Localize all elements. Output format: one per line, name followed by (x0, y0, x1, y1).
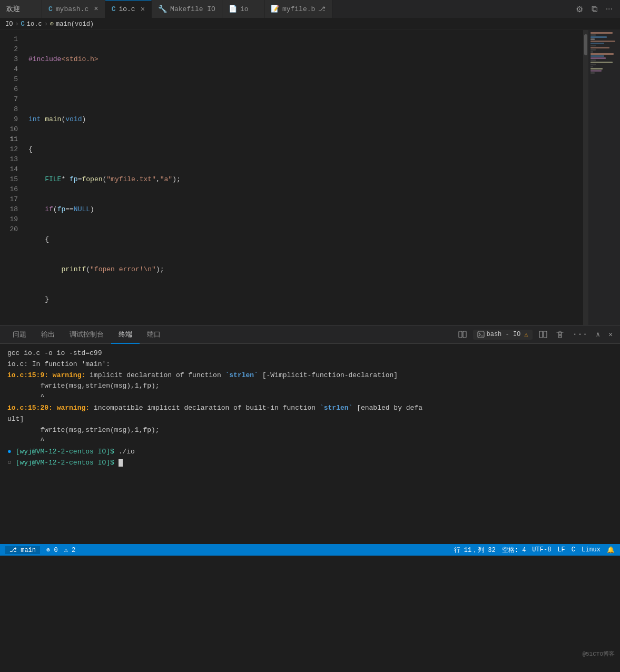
status-notification[interactable]: 🔔 (607, 546, 615, 554)
watermark: @51CTO博客 (582, 650, 615, 658)
panel-tab-output[interactable]: 输出 (34, 325, 62, 344)
split-pane-button[interactable] (537, 329, 549, 340)
status-warnings[interactable]: ⚠ 2 (64, 546, 76, 554)
ln-11: 11 (4, 134, 18, 144)
breadcrumb-io[interactable]: IO (5, 21, 13, 28)
terminal-tab-bash[interactable]: bash - IO ⚠ (473, 330, 532, 340)
scrollbar-thumb (584, 34, 587, 55)
bash-label: bash - IO (486, 331, 520, 338)
tab-myfile[interactable]: 📝 myfile.b ⎇ (264, 0, 332, 18)
ln-4: 4 (4, 64, 18, 74)
breadcrumb-file[interactable]: io.c (27, 21, 42, 28)
tab-bar: 欢迎 C mybash.c × C io.c × 🔧 Makefile IO 📄… (0, 0, 620, 18)
breadcrumb: IO › C io.c › ⊕ main(void) (0, 18, 620, 30)
pane-icon (539, 330, 547, 339)
ln-6: 6 (4, 84, 18, 94)
trash-button[interactable] (554, 329, 566, 340)
status-errors[interactable]: ⊗ 0 (46, 546, 58, 554)
tab-io[interactable]: 📄 io (222, 0, 264, 18)
status-eol[interactable]: LF (557, 546, 565, 554)
ln-19: 19 (4, 214, 18, 224)
panel-close-button[interactable]: ✕ (606, 329, 615, 340)
panel-tab-problems[interactable]: 问题 (5, 325, 34, 344)
ln-17: 17 (4, 194, 18, 204)
settings-button[interactable]: ⚙ (574, 3, 585, 15)
split-editor-button[interactable]: ⧉ (589, 3, 599, 15)
status-line-col[interactable]: 行 11，列 32 (454, 546, 496, 555)
ln-7: 7 (4, 94, 18, 104)
term-line-4: fwrite(msg,strlen(msg),1,fp); (7, 381, 613, 392)
breadcrumb-sep2: › (44, 21, 48, 28)
code-line-4: { (28, 144, 588, 154)
status-spaces[interactable]: 空格: 4 (502, 546, 526, 555)
panel-tab-terminal[interactable]: 终端 (111, 325, 140, 344)
tab-makefile[interactable]: 🔧 Makefile IO (152, 0, 222, 18)
term-line-5: ^ (7, 392, 613, 403)
split-icon (458, 330, 467, 339)
ln-1: 1 (4, 34, 18, 44)
file-icon: 📄 (229, 5, 237, 13)
code-content[interactable]: #include<stdio.h> int main(void) { FILE*… (26, 30, 588, 325)
status-right: 行 11，列 32 空格: 4 UTF-8 LF C Linux 🔔 (454, 546, 615, 555)
line-numbers: 1 2 3 4 5 6 7 8 9 10 11 12 13 14 15 16 1… (0, 30, 26, 325)
svg-rect-3 (539, 331, 543, 338)
breadcrumb-fn-icon: ⊕ (50, 20, 54, 28)
svg-rect-2 (478, 331, 484, 338)
trash-icon (556, 330, 564, 339)
code-line-6: if(fp==NULL) (28, 204, 588, 214)
split-terminal-button[interactable] (456, 329, 469, 340)
ln-2: 2 (4, 44, 18, 54)
term-line-3: io.c:15:9: warning: implicit declaration… (7, 370, 613, 381)
close-icon-ioc[interactable]: × (141, 5, 145, 14)
ln-8: 8 (4, 104, 18, 114)
tab-label-ioc: io.c (119, 5, 135, 13)
ln-12: 12 (4, 144, 18, 154)
ln-3: 3 (4, 54, 18, 64)
text-icon: 📝 (271, 5, 279, 13)
status-encoding[interactable]: UTF-8 (532, 546, 551, 554)
tab-actions: ⚙ ⧉ ··· (574, 3, 620, 15)
breadcrumb-sep1: › (15, 21, 18, 28)
panel-collapse-up[interactable]: ∧ (594, 329, 602, 340)
ln-5: 5 (4, 74, 18, 84)
welcome-label: 欢迎 (6, 4, 20, 14)
term-line-7: ult] (7, 414, 613, 425)
svg-rect-4 (544, 331, 547, 338)
code-line-1: #include<stdio.h> (28, 54, 588, 64)
breadcrumb-fn[interactable]: main(void) (56, 21, 94, 28)
editor-scrollbar[interactable] (583, 30, 588, 325)
status-left: ⎇ main ⊗ 0 ⚠ 2 (5, 546, 75, 554)
status-language[interactable]: C (572, 546, 575, 554)
terminal-content[interactable]: gcc io.c -o io -std=c99 io.c: In functio… (0, 344, 620, 544)
tab-ioc[interactable]: C io.c × (105, 0, 152, 18)
panel: 问题 输出 调试控制台 终端 端口 bash - IO ⚠ (0, 325, 620, 544)
code-line-8: printf("fopen error!\n"); (28, 264, 588, 274)
branch-icon: ⎇ (318, 5, 326, 13)
ln-14: 14 (4, 164, 18, 174)
code-line-3: int main(void) (28, 114, 588, 124)
ln-10: 10 (4, 124, 18, 134)
panel-tab-debug[interactable]: 调试控制台 (62, 325, 111, 344)
tab-label-myfile: myfile.b (282, 5, 315, 13)
term-line-9: ^ (7, 436, 613, 447)
minimap[interactable] (588, 30, 620, 325)
editor-area: 1 2 3 4 5 6 7 8 9 10 11 12 13 14 15 16 1… (0, 30, 620, 325)
ln-9: 9 (4, 114, 18, 124)
tab-mybash[interactable]: C mybash.c × (42, 0, 105, 18)
status-feedback[interactable]: Linux (582, 546, 601, 554)
code-container[interactable]: 1 2 3 4 5 6 7 8 9 10 11 12 13 14 15 16 1… (0, 30, 588, 325)
svg-rect-0 (459, 331, 462, 338)
term-line-1: gcc io.c -o io -std=c99 (7, 348, 613, 359)
tab-welcome[interactable]: 欢迎 (0, 0, 42, 18)
minimap-content (588, 30, 620, 76)
close-icon[interactable]: × (94, 5, 98, 13)
term-line-11: ○ [wyj@VM-12-2-centos IO]$ (7, 458, 613, 469)
status-branch[interactable]: ⎇ main (5, 546, 40, 554)
ln-18: 18 (4, 204, 18, 214)
terminal-icon (477, 331, 485, 338)
more-actions-button[interactable]: ··· (604, 3, 615, 15)
term-line-10: ● [wyj@VM-12-2-centos IO]$ ./io (7, 447, 613, 458)
panel-tab-ports[interactable]: 端口 (140, 325, 168, 344)
tab-label-makefile: Makefile IO (170, 5, 215, 13)
more-terminal-button[interactable]: ··· (570, 329, 590, 340)
